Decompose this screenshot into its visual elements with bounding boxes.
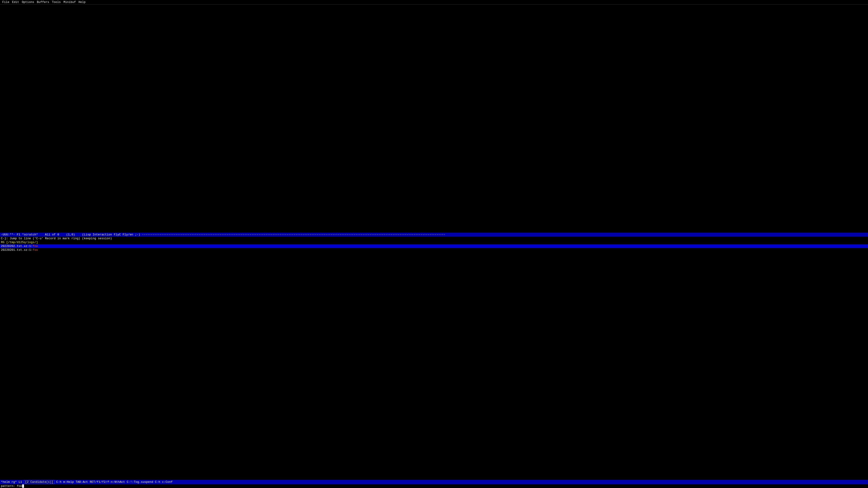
empty-area <box>0 252 868 480</box>
menu-minibuf[interactable]: Minibuf <box>62 0 77 4</box>
mode-line-position: All <box>38 233 51 236</box>
menu-bar: File Edit Options Buffers Tools Minibuf … <box>0 0 868 4</box>
result-match-1: foo <box>33 245 38 248</box>
result-filename-2: 20220201.txt.xz:1: <box>1 248 33 252</box>
rg-header: RG [/tmp/d125q/logs/] <box>0 240 868 244</box>
menu-buffers[interactable]: Buffers <box>35 0 51 4</box>
results-section: 20220202.txt.xz:1:foo 20220201.txt.xz:1:… <box>0 244 868 252</box>
result-line-1[interactable]: 20220202.txt.xz:1:foo <box>0 244 868 248</box>
mode-line-cursor-pos: (1,0) <box>59 233 75 236</box>
rg-header-text: RG [/tmp/d125q/logs/] <box>1 240 38 244</box>
result-filename-1: 20220202.txt.xz:1: <box>1 245 33 248</box>
menu-file[interactable]: File <box>1 0 11 4</box>
minibuf-text: C-j: Jump to line ('C-u' Record in mark … <box>1 237 112 240</box>
mode-line-of: of <box>51 233 56 236</box>
result-match-2: foo <box>33 248 38 252</box>
pattern-label: pattern: <box>1 484 15 488</box>
menu-help[interactable]: Help <box>77 0 87 4</box>
menu-tools[interactable]: Tools <box>51 0 62 4</box>
cursor <box>22 484 24 488</box>
top-mode-line: -UUU:**- F1 *scratch* All of 0 (1,0) (Li… <box>0 233 868 236</box>
pattern-value: foo <box>17 484 22 488</box>
mode-line-f1: F1 <box>15 233 20 236</box>
mode-line-buffer: *scratch* <box>20 233 38 236</box>
app-window: File Edit Options Buffers Tools Minibuf … <box>0 0 868 488</box>
minibuf-message: C-j: Jump to line ('C-u' Record in mark … <box>0 236 868 240</box>
result-line-2[interactable]: 20220201.txt.xz:1:foo <box>0 248 868 252</box>
bottom-mode-line: *helm rg* L1 [2 Candidate(s)] C-h m:Help… <box>0 480 868 484</box>
mode-line-dashes: ----------------------------------------… <box>140 233 445 236</box>
editor-area <box>0 4 868 233</box>
pattern-line[interactable]: pattern: foo <box>0 484 868 488</box>
bottom-mode-buffer: *helm rg* <box>1 480 17 484</box>
menu-options[interactable]: Options <box>20 0 35 4</box>
menu-edit[interactable]: Edit <box>11 0 20 4</box>
mode-line-flags: -UUU:**- <box>1 233 15 236</box>
mode-line-linecount: 0 <box>56 233 59 236</box>
bottom-mode-line-num: L1 <box>19 480 22 484</box>
mode-line-mode: (Lisp Interaction FlyC Fly/en ;-) <box>75 233 141 236</box>
bottom-mode-keybindings: C-h m:Help TAB:Act RET/f1/f2/f-n:NthAct … <box>56 480 173 484</box>
candidates-badge: [2 Candidate(s)] <box>24 480 55 484</box>
